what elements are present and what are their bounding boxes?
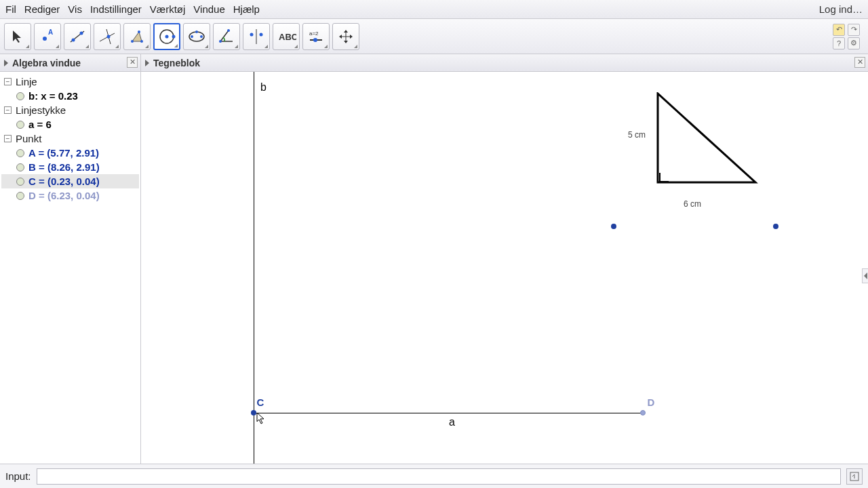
- svg-point-27: [313, 38, 317, 42]
- visibility-icon[interactable]: [16, 163, 24, 171]
- cat-linjestykke[interactable]: −Linjestykke: [1, 103, 139, 117]
- tool-reflect[interactable]: [243, 23, 270, 50]
- svg-point-7: [107, 35, 111, 38]
- expand-icon[interactable]: −: [4, 78, 12, 85]
- undo-icon[interactable]: ↶: [833, 24, 845, 36]
- collapse-icon[interactable]: [4, 60, 8, 66]
- menu-bar: Fil Rediger Vis Indstillinger Værktøj Vi…: [0, 0, 868, 19]
- obj-label: B = (8.26, 2.91): [28, 161, 100, 173]
- menu-rediger[interactable]: Rediger: [24, 3, 60, 15]
- obj-point-c[interactable]: C = (0.23, 0.04): [1, 174, 139, 188]
- menu-fil[interactable]: Fil: [5, 3, 16, 15]
- visibility-icon[interactable]: [16, 149, 24, 157]
- toolbar-right: ↶ ↷ ? ⚙: [833, 24, 864, 49]
- expand-icon[interactable]: −: [4, 135, 12, 142]
- input-bar: Input:: [0, 464, 868, 488]
- line-b[interactable]: [254, 72, 254, 464]
- graphics-header: Tegneblok ✕: [141, 54, 868, 72]
- cursor-icon: [256, 412, 266, 424]
- tool-slider[interactable]: a=2: [302, 23, 330, 50]
- tool-ellipse[interactable]: [183, 23, 210, 50]
- settings-icon[interactable]: ⚙: [848, 37, 860, 49]
- svg-point-14: [172, 35, 176, 38]
- obj-point-a[interactable]: A = (5.77, 2.91): [1, 146, 139, 160]
- svg-text:A: A: [48, 28, 53, 36]
- input-label: Input:: [5, 470, 31, 482]
- tool-perpendicular[interactable]: [94, 23, 121, 50]
- obj-label: C = (0.23, 0.04): [28, 176, 100, 187]
- obj-label: A = (5.77, 2.91): [28, 147, 99, 159]
- obj-segment-a[interactable]: a = 6: [1, 117, 139, 131]
- menu-hjaelp[interactable]: Hjælp: [233, 3, 260, 15]
- point-d-label: D: [648, 396, 655, 408]
- obj-point-b[interactable]: B = (8.26, 2.91): [1, 160, 139, 174]
- tool-text[interactable]: ABC: [273, 23, 300, 50]
- cat-label: Punkt: [16, 133, 41, 144]
- point-b[interactable]: [773, 224, 778, 229]
- tool-pan[interactable]: [332, 23, 359, 50]
- expand-icon[interactable]: −: [4, 106, 12, 114]
- obj-label: b: x = 0.23: [28, 90, 78, 102]
- login-link[interactable]: Log ind…: [819, 3, 863, 15]
- menu-vindue[interactable]: Vindue: [193, 3, 224, 15]
- cat-linje[interactable]: −Linje: [1, 75, 139, 89]
- cat-label: Linje: [16, 76, 37, 87]
- algebra-title: Algebra vindue: [12, 58, 81, 68]
- close-icon[interactable]: ✕: [854, 57, 865, 68]
- segment-a-label: a: [449, 416, 455, 428]
- algebra-panel: Algebra vindue ✕ −Linje b: x = 0.23 −Lin…: [0, 54, 141, 464]
- close-icon[interactable]: ✕: [127, 57, 138, 68]
- tool-move[interactable]: [4, 23, 31, 50]
- obj-point-d[interactable]: D = (6.23, 0.04): [1, 188, 139, 203]
- command-input[interactable]: [37, 468, 841, 485]
- input-help-icon[interactable]: [846, 468, 863, 485]
- svg-point-16: [191, 35, 193, 38]
- menu-indstillinger[interactable]: Indstillinger: [90, 3, 142, 15]
- svg-marker-30: [658, 94, 755, 182]
- svg-point-11: [138, 30, 140, 33]
- obj-label: a = 6: [28, 119, 52, 130]
- collapse-icon[interactable]: [145, 60, 149, 66]
- help-icon[interactable]: ?: [833, 37, 845, 49]
- tool-angle[interactable]: [213, 23, 240, 50]
- svg-point-0: [43, 37, 47, 41]
- segment-a[interactable]: [254, 413, 643, 413]
- algebra-header: Algebra vindue ✕: [0, 54, 140, 72]
- tool-bar: A ABC a=2 ↶ ↷ ? ⚙: [0, 19, 868, 54]
- visibility-icon[interactable]: [16, 192, 24, 200]
- visibility-icon[interactable]: [16, 121, 24, 129]
- point-a[interactable]: [611, 224, 616, 229]
- point-d[interactable]: [640, 410, 646, 415]
- menu-vaerktoj[interactable]: Værktøj: [150, 3, 186, 15]
- cat-punkt[interactable]: −Punkt: [1, 131, 139, 146]
- svg-point-19: [219, 40, 222, 43]
- obj-line-b[interactable]: b: x = 0.23: [1, 89, 139, 103]
- graphics-title: Tegneblok: [153, 58, 200, 68]
- triangle-figure: [656, 92, 758, 194]
- visibility-icon[interactable]: [16, 92, 24, 100]
- svg-point-20: [227, 29, 230, 32]
- menu-vis[interactable]: Vis: [68, 3, 82, 15]
- svg-point-3: [72, 38, 75, 41]
- redo-icon[interactable]: ↷: [848, 24, 860, 36]
- svg-point-17: [200, 35, 203, 38]
- tool-polygon[interactable]: [123, 23, 151, 50]
- algebra-tree: −Linje b: x = 0.23 −Linjestykke a = 6 −P…: [0, 72, 140, 464]
- point-c[interactable]: [251, 410, 256, 415]
- obj-label: D = (6.23, 0.04): [28, 190, 100, 201]
- tool-point[interactable]: A: [34, 23, 61, 50]
- visibility-icon[interactable]: [16, 178, 24, 186]
- side-panel-toggle[interactable]: [862, 268, 868, 283]
- svg-point-18: [195, 30, 198, 33]
- tool-circle[interactable]: [153, 23, 180, 50]
- svg-marker-8: [132, 32, 142, 41]
- svg-point-13: [165, 35, 169, 38]
- graphics-canvas[interactable]: b 5 cm 6 cm C D a: [141, 72, 868, 464]
- svg-point-10: [140, 40, 143, 43]
- graphics-panel: Tegneblok ✕ b 5 cm 6 cm C D a: [141, 54, 868, 464]
- line-b-label: b: [260, 81, 267, 94]
- triangle-side-h: 6 cm: [684, 199, 701, 209]
- svg-point-4: [80, 31, 83, 35]
- tool-line[interactable]: [64, 23, 91, 50]
- svg-text:a=2: a=2: [309, 30, 319, 37]
